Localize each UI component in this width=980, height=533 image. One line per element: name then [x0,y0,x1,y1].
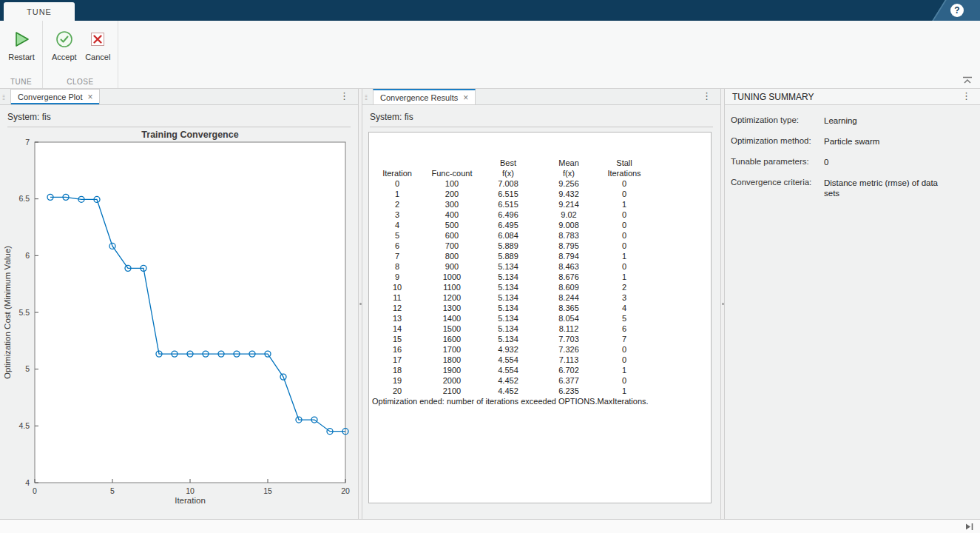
optimization-ended-message: Optimization ended: number of iterations… [372,396,711,406]
svg-text:Training Convergence: Training Convergence [141,130,238,140]
results-table: BestMeanStallIterationFunc-countf(x)f(x)… [371,158,647,396]
svg-text:5: 5 [110,486,115,495]
svg-text:5.5: 5.5 [18,308,30,317]
table-row: 1718004.5547.1130 [371,355,647,365]
panel-menu-kebab-icon[interactable]: ⋮ [962,91,971,101]
summary-value: 0 [824,157,941,167]
ribbon-group-label-close: CLOSE [43,78,118,86]
summary-row-optimization-method: Optimization method: Particle swarm [731,136,974,147]
close-tab-icon[interactable]: × [87,93,92,101]
summary-label: Optimization type: [731,115,824,126]
ribbon-group-close: Accept Cancel CLOSE [43,21,118,88]
tab-convergence-plot-label: Convergence Plot [18,93,82,101]
summary-row-convergence-criteria: Convergence criteria: Distance metric (r… [731,178,974,198]
panel-menu-kebab-icon[interactable]: ⋮ [702,91,712,101]
table-row: 2021004.4526.2351 [371,386,647,396]
summary-row-tunable-parameters: Tunable parameters: 0 [731,157,974,167]
svg-text:Optimization Cost (Minimum Val: Optimization Cost (Minimum Value) [3,246,12,379]
table-row: 34006.4969.020 [371,209,647,220]
table-row: 1011005.1348.6092 [371,282,647,292]
convergence-results-panel: ⁞⁞ Convergence Results × ⋮ System: fis B… [362,89,720,519]
panel-drag-handle-icon[interactable]: ⁞⁞ [362,93,368,104]
vertical-splitter-left[interactable] [358,89,362,519]
svg-text:4: 4 [25,478,30,487]
svg-text:Iteration: Iteration [175,496,206,505]
table-row: 56006.0848.7830 [371,230,647,241]
accept-button[interactable]: Accept [47,25,81,61]
system-label: System: fis [370,112,720,122]
vertical-splitter-right[interactable] [720,89,725,519]
tab-convergence-plot[interactable]: Convergence Plot × [10,89,100,104]
results-table-body: 01007.0089.256012006.5159.432023006.5159… [371,178,647,396]
svg-text:15: 15 [263,486,272,495]
table-row: 78005.8898.7941 [371,251,647,261]
table-row: 67005.8898.7950 [371,241,647,251]
cancel-x-icon [88,30,107,49]
svg-text:7: 7 [25,138,30,147]
svg-text:5: 5 [25,364,30,373]
summary-value: Learning [824,115,941,126]
expand-right-icon[interactable] [964,523,974,531]
restart-button[interactable]: Restart [4,25,38,61]
restart-button-label: Restart [8,53,34,61]
table-row: 1314005.1348.0545 [371,313,647,324]
tuning-summary-panel: TUNING SUMMARY ⋮ Optimization type: Lear… [725,89,980,519]
results-output-box: BestMeanStallIterationFunc-countf(x)f(x)… [368,132,712,503]
table-row: 1213005.1348.3654 [371,303,647,313]
summary-label: Convergence criteria: [731,178,824,198]
divider [7,127,351,127]
table-row: 1617004.9327.3260 [371,344,647,355]
results-table-head: BestMeanStallIterationFunc-countf(x)f(x)… [371,158,647,178]
svg-text:0: 0 [33,486,37,495]
divider [370,127,713,127]
table-header-row: BestMeanStall [371,158,647,168]
summary-label: Optimization method: [731,136,824,147]
summary-value: Distance metric (rmse) of data sets [824,178,941,198]
plot-panel-body: System: fis 0510152044.555.566.57Trainin… [0,105,358,508]
help-button[interactable]: ? [950,4,964,17]
table-row: 1112005.1348.2443 [371,292,647,303]
restart-play-icon [12,30,31,49]
system-label: System: fis [7,112,358,122]
svg-text:4.5: 4.5 [18,421,30,430]
results-panel-body: System: fis BestMeanStallIterationFunc-c… [362,105,720,503]
cancel-button-label: Cancel [85,53,110,61]
tuning-summary-title: TUNING SUMMARY [732,92,814,102]
main-area: ⁞⁞ Convergence Plot × ⋮ System: fis 0510… [0,89,980,519]
ribbon-group-label-tune: TUNE [0,78,42,86]
table-row: 12006.5159.4320 [371,189,647,199]
table-row: 23006.5159.2141 [371,199,647,209]
table-row: 1819004.5546.7021 [371,365,647,375]
tuning-summary-header: TUNING SUMMARY ⋮ [725,89,980,105]
tab-tune[interactable]: TUNE [4,2,75,21]
table-row: 45006.4959.0080 [371,220,647,230]
table-row: 01007.0089.2560 [371,178,647,189]
cancel-button[interactable]: Cancel [81,25,115,61]
summary-value: Particle swarm [824,136,941,147]
training-convergence-chart: 0510152044.555.566.57Training Convergenc… [0,129,356,508]
ribbon-group-tune: Restart TUNE [0,21,43,88]
summary-row-optimization-type: Optimization type: Learning [731,115,974,126]
results-tab-bar: ⁞⁞ Convergence Results × ⋮ [362,89,720,105]
table-row: 89005.1348.4630 [371,261,647,272]
table-row: 1415005.1348.1126 [371,324,647,334]
table-row: 1516005.1347.7037 [371,334,647,344]
svg-text:6: 6 [25,251,30,260]
tuning-summary-body: Optimization type: Learning Optimization… [725,105,980,209]
close-tab-icon[interactable]: × [463,94,468,101]
collapse-ribbon-icon[interactable] [962,76,973,84]
accept-button-label: Accept [52,53,77,61]
plot-tab-bar: ⁞⁞ Convergence Plot × ⋮ [0,89,358,105]
accept-check-icon [55,30,74,49]
table-row: 910005.1348.6761 [371,272,647,282]
svg-text:20: 20 [341,486,350,495]
tab-convergence-results[interactable]: Convergence Results × [373,89,476,104]
svg-text:10: 10 [186,486,195,495]
panel-menu-kebab-icon[interactable]: ⋮ [339,91,349,101]
ribbon-toolbar: Restart TUNE Accept Cancel CLOSE [0,21,980,89]
table-row: 1920004.4526.3770 [371,375,647,386]
toolstrip-header: TUNE ? [0,0,980,21]
panel-drag-handle-icon[interactable]: ⁞⁞ [0,93,6,104]
summary-label: Tunable parameters: [731,157,824,167]
status-bar [0,519,980,533]
